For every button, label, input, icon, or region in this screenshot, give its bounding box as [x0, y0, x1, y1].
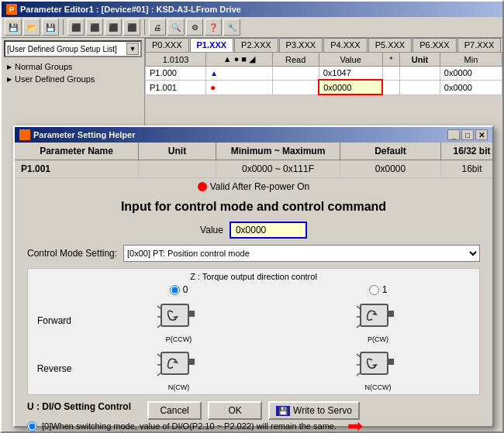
cell-value-0: 0x1047 [319, 67, 382, 81]
svg-line-23 [357, 373, 361, 376]
header-unit: Unit [139, 143, 216, 160]
valid-line: Valid After Re-power On [15, 178, 492, 195]
control-mode-select[interactable]: [0x00] PT: Position control mode [123, 245, 480, 262]
dialog-title-bar: Parameter Setting Helper _ □ ✕ [15, 127, 492, 143]
dialog-restore-btn[interactable]: □ [461, 129, 474, 140]
svg-line-17 [157, 373, 161, 376]
motor-svg-fwd-ccw [157, 298, 200, 335]
label-fwd-ccw: P(CCW) [166, 335, 192, 343]
valid-text: Valid After Re-power On [210, 181, 310, 192]
col-header-value: Value [319, 53, 382, 67]
toolbar-search-btn[interactable]: 🔍 [167, 19, 185, 36]
group-normal[interactable]: ▶ Normal Groups [4, 60, 142, 73]
radio-0-input[interactable] [170, 285, 180, 295]
outer-window-title: Parameter Editor1 : [Device#01] : KSD-A3… [20, 5, 241, 14]
dialog-data-row: P1.001 0x0000 ~ 0x111F 0x0000 16bit [15, 160, 492, 178]
cancel-button[interactable]: Cancel [147, 401, 202, 420]
red-dot-icon [198, 182, 207, 191]
svg-rect-19 [388, 359, 394, 365]
col-header-star: * [382, 53, 400, 67]
toolbar-print-btn[interactable]: 🖨 [149, 19, 166, 36]
tab-p4[interactable]: P4.XXX [323, 38, 368, 52]
reverse-label: Reverse [31, 363, 78, 374]
col-header-min: Min [440, 53, 502, 67]
torque-grid: 0 1 Forward [31, 284, 476, 391]
tab-p2[interactable]: P2.XXX [234, 38, 278, 52]
label-rev-ccw: N(CCW) [365, 383, 392, 391]
cell-empty-1 [272, 80, 319, 95]
tab-p1[interactable]: P1.XXX [190, 38, 234, 52]
app-icon: P [6, 4, 17, 15]
toolbar-open-btn[interactable]: 📂 [23, 19, 40, 36]
toolbar-new-btn[interactable]: 💾 [5, 19, 22, 36]
write-servo-label: Write to Servo [293, 405, 352, 416]
toolbar-btn-5[interactable]: ⬛ [86, 19, 103, 36]
toolbar-save-btn[interactable]: 💾 [42, 19, 59, 36]
ok-button[interactable]: OK [208, 401, 262, 420]
motor-svg-fwd-cw [357, 298, 399, 335]
group-user-defined[interactable]: ▶ User Defined Groups [4, 73, 142, 85]
cell-min-1: 0x0000 [440, 80, 502, 95]
group-combo[interactable]: [User Defined Group Setup List] ▼ [4, 40, 142, 57]
value-input[interactable] [230, 222, 307, 239]
data-bit: 16bit [441, 160, 502, 177]
radio-1-label: 1 [382, 284, 388, 295]
dialog-title-text: Parameter Setting Helper [33, 130, 135, 139]
toolbar-btn-4[interactable]: ⬛ [67, 19, 85, 36]
svg-rect-0 [161, 304, 188, 326]
circle-icon-1: ● [210, 82, 216, 93]
toolbar-help-btn[interactable]: ❓ [205, 19, 222, 36]
data-range: 0x0000 ~ 0x111F [216, 160, 340, 177]
param-table-content: 1.0103 ▲ ● ■ ◢ Read Value * Unit Min [145, 52, 502, 95]
tab-p3[interactable]: P3.XXX [279, 38, 323, 52]
tab-p6[interactable]: P6.XXX [413, 38, 457, 52]
motor-svg-rev-cw [157, 346, 200, 383]
param-table: 1.0103 ▲ ● ■ ◢ Read Value * Unit Min [145, 52, 502, 95]
tab-p0[interactable]: P0.XXX [145, 38, 189, 52]
dialog-title-buttons: _ □ ✕ [447, 129, 488, 140]
cell-id-1: P1.001 [146, 80, 206, 95]
data-default: 0x0000 [340, 160, 441, 177]
cell-unit-0 [400, 67, 440, 81]
svg-rect-1 [188, 311, 195, 317]
dialog-minimize-btn[interactable]: _ [447, 129, 460, 140]
outer-title-bar: P Parameter Editor1 : [Device#01] : KSD-… [2, 2, 502, 17]
toolbar-row-1: 💾 📂 💾 ⬛ ⬛ ⬛ ⬛ 🖨 🔍 ⚙ ❓ 🔧 [5, 19, 499, 36]
cell-star-1 [382, 80, 400, 95]
toolbar-area: 💾 📂 💾 ⬛ ⬛ ⬛ ⬛ 🖨 🔍 ⚙ ❓ 🔧 [2, 17, 502, 38]
toolbar-btn-6[interactable]: ⬛ [105, 19, 122, 36]
cell-unit-1 [400, 80, 440, 95]
radio-0-option[interactable]: 0 [81, 284, 277, 295]
cell-empty-0 [272, 67, 319, 81]
dialog-close-btn[interactable]: ✕ [475, 129, 488, 140]
data-param-name: P1.001 [15, 160, 139, 177]
triangle-icon-0: ▲ [210, 69, 218, 77]
svg-rect-12 [161, 352, 188, 374]
helper-dialog: Parameter Setting Helper _ □ ✕ Parameter… [13, 125, 494, 428]
table-row[interactable]: P1.001 ● 0x0000 0x0000 [146, 80, 502, 95]
tab-p5[interactable]: P5.XXX [368, 38, 413, 52]
cell-star-0 [382, 67, 400, 81]
toolbar-extra-btn[interactable]: 🔧 [223, 19, 240, 36]
control-mode-row: Control Mode Setting: [0x00] PT: Positio… [15, 242, 492, 265]
combo-arrow-icon: ▼ [126, 43, 139, 55]
tab-p7[interactable]: P7.XXX [457, 38, 502, 52]
torque-title: Z : Torque output direction control [31, 272, 476, 281]
input-title: Input for control mode and control comma… [15, 195, 492, 218]
radio-1-option[interactable]: 1 [280, 284, 476, 295]
motor-fwd-ccw: P(CCW) [81, 298, 277, 343]
motor-svg-rev-ccw [357, 346, 399, 383]
radio-1-input[interactable] [369, 285, 379, 295]
dialog-buttons: Cancel OK 💾 Write to Servo [15, 395, 492, 426]
group-user-label: User Defined Groups [15, 74, 95, 84]
write-to-servo-button[interactable]: 💾 Write to Servo [268, 401, 360, 420]
header-min-max: Minimum ~ Maximum [216, 143, 340, 160]
param-tabs: P0.XXX P1.XXX P2.XXX P3.XXX P4.XXX P5.XX… [145, 38, 502, 52]
toolbar-btn-7[interactable]: ⬛ [123, 19, 140, 36]
table-row[interactable]: P1.000 ▲ 0x1047 0x0000 [146, 67, 502, 81]
motor-rev-ccw: N(CCW) [280, 346, 476, 391]
cell-value-1: 0x0000 [319, 80, 382, 95]
toolbar-settings-btn[interactable]: ⚙ [186, 19, 203, 36]
cell-icons-1: ● [206, 80, 273, 95]
expand-icon-user: ▶ [7, 76, 12, 83]
